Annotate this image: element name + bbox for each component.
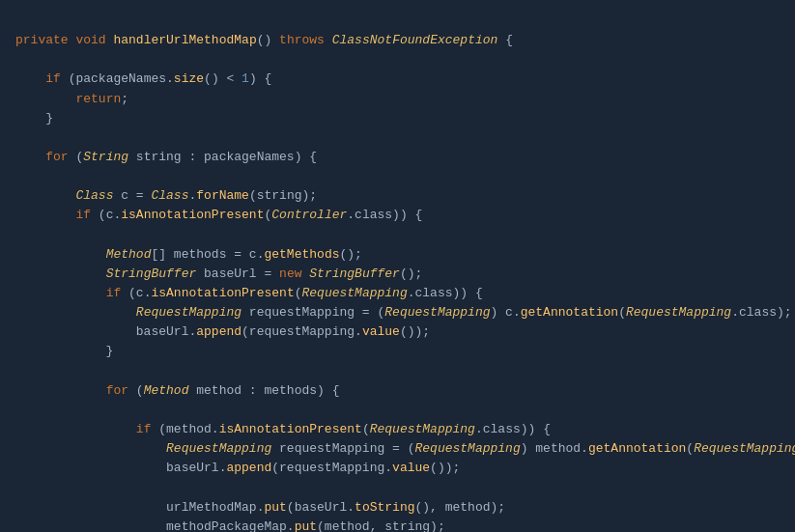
- code-container: private void handlerUrlMethodMap() throw…: [0, 8, 795, 532]
- method-isannotationpresent-3: isAnnotationPresent: [219, 422, 362, 436]
- method-put-2: put: [295, 519, 317, 532]
- method-value-1: value: [362, 324, 400, 339]
- keyword-new-1: new: [279, 266, 301, 281]
- method-getmethods: getMethods: [264, 247, 339, 262]
- type-requestmapping-2: RequestMapping: [136, 305, 241, 320]
- type-stringbuffer-2: StringBuffer: [309, 266, 400, 281]
- keyword-private: private: [15, 33, 69, 47]
- method-append-1: append: [196, 324, 241, 339]
- method-name: handlerUrlMethodMap: [113, 33, 256, 47]
- type-string: String: [83, 150, 128, 164]
- type-requestmapping-5: RequestMapping: [166, 441, 271, 456]
- method-getannotation-2: getAnnotation: [588, 441, 686, 456]
- keyword-return: return: [75, 92, 121, 106]
- type-requestmapping-4: RequestMapping: [370, 422, 475, 436]
- type-class-ref: Class: [151, 188, 188, 203]
- type-controller: Controller: [271, 208, 347, 222]
- keyword-void: void: [75, 33, 105, 47]
- type-requestmapping-3: RequestMapping: [626, 305, 731, 320]
- method-put-1: put: [264, 500, 286, 515]
- method-append-2: append: [226, 461, 271, 475]
- keyword-for-2: for: [106, 383, 128, 398]
- method-size: size: [174, 71, 204, 86]
- method-getannotation-1: getAnnotation: [521, 305, 618, 320]
- type-method-arr: Method: [106, 247, 152, 262]
- type-method: Method: [144, 383, 189, 398]
- type-requestmapping-6: RequestMapping: [694, 441, 795, 456]
- keyword-throws: throws: [279, 33, 325, 47]
- type-requestmapping-1: RequestMapping: [302, 286, 408, 300]
- type-requestmapping-cast-1: RequestMapping: [384, 305, 490, 320]
- type-class: Class: [75, 188, 113, 203]
- method-isannotationpresent-1: isAnnotationPresent: [121, 208, 264, 222]
- method-isannotationpresent-2: isAnnotationPresent: [151, 286, 294, 300]
- keyword-if-1: if: [45, 71, 61, 86]
- type-requestmapping-cast-2: RequestMapping: [414, 441, 520, 456]
- type-stringbuffer: StringBuffer: [106, 266, 197, 281]
- method-forname: forName: [196, 188, 249, 203]
- literal-1: 1: [241, 71, 249, 86]
- keyword-for-1: for: [45, 150, 68, 164]
- keyword-if-3: if: [106, 286, 122, 300]
- keyword-if-2: if: [75, 208, 91, 222]
- method-value-2: value: [392, 461, 430, 475]
- method-tostring: toString: [355, 500, 414, 515]
- exception-class: ClassNotFoundException: [332, 33, 498, 47]
- keyword-if-4: if: [136, 422, 152, 436]
